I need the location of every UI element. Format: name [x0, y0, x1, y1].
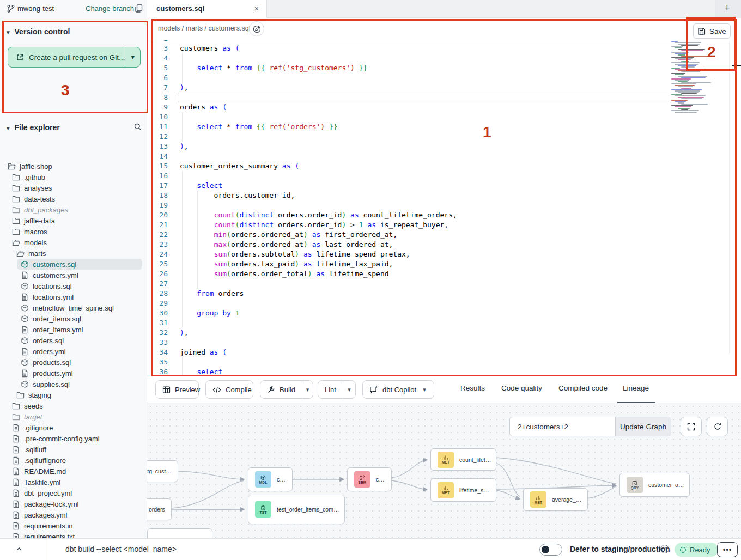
code-line-36[interactable]: 36 select — [147, 367, 741, 376]
minimap[interactable] — [671, 41, 718, 114]
lineage-node-partial[interactable] — [147, 528, 212, 538]
copilot-compass-button[interactable] — [249, 21, 264, 36]
tab-code-quality[interactable]: Code quality — [501, 384, 542, 392]
file-tree-item-products.yml[interactable]: products.yml — [21, 368, 73, 379]
file-tree-item-README.md[interactable]: README.md — [12, 466, 66, 477]
file-tree-item-marts[interactable]: marts — [16, 248, 46, 259]
create-pull-request-button[interactable]: Create a pull request on Git... ▾ — [8, 47, 141, 68]
code-line-17[interactable]: 17 select — [147, 181, 741, 191]
update-graph-button[interactable]: Update Graph — [615, 417, 671, 436]
code-line-31[interactable]: 31 — [147, 318, 741, 328]
compile-button[interactable]: Compile — [205, 380, 253, 399]
code-line-24[interactable]: 24 sum(orders.subtotal) as lifetime_spen… — [147, 249, 741, 259]
file-tree-item-data-tests[interactable]: data-tests — [12, 193, 55, 204]
file-tree-item-jaffle-data[interactable]: jaffle-data — [12, 215, 55, 226]
tab-results[interactable]: Results — [460, 384, 485, 392]
fullscreen-button[interactable] — [681, 417, 702, 436]
file-tree-item-Taskfile.yml[interactable]: Taskfile.yml — [12, 477, 60, 488]
tab-compiled-code[interactable]: Compiled code — [558, 384, 608, 392]
code-line-11[interactable]: 11 select * from {{ ref('orders') }} — [147, 122, 741, 132]
defer-toggle[interactable] — [539, 544, 562, 556]
code-line-28[interactable]: 28 from orders — [147, 289, 741, 299]
scrollbar-track[interactable] — [729, 41, 730, 354]
copilot-dropdown-chevron[interactable]: ▾ — [423, 386, 426, 393]
file-tree-item-.gitignore[interactable]: .gitignore — [12, 422, 53, 433]
file-tree-item-supplies.sql[interactable]: supplies.sql — [21, 379, 70, 389]
code-line-30[interactable]: 30 group by 1 — [147, 308, 741, 318]
pr-dropdown-chevron[interactable]: ▾ — [125, 47, 140, 67]
lineage-node-stg_customers[interactable]: MDLstg_customers — [147, 460, 178, 482]
code-line-19[interactable]: 19 — [147, 200, 741, 210]
code-line-33[interactable]: 33 — [147, 338, 741, 348]
code-line-34[interactable]: 34joined as ( — [147, 348, 741, 357]
refresh-button[interactable] — [707, 417, 728, 436]
expand-command-icon[interactable] — [15, 545, 23, 553]
build-dropdown-chevron[interactable]: ▾ — [302, 381, 313, 398]
new-tab-button[interactable]: + — [724, 3, 730, 14]
file-tree-item-products.sql[interactable]: products.sql — [21, 357, 71, 368]
help-icon[interactable]: ? — [660, 545, 669, 553]
file-tree-item-.sqlfluffignore[interactable]: .sqlfluffignore — [12, 455, 66, 466]
command-input[interactable]: dbt build --select <model_name> — [65, 545, 177, 553]
file-tree-item-dbt_packages[interactable]: dbt_packages — [12, 204, 68, 215]
preview-button[interactable]: Preview — [155, 380, 199, 399]
close-icon[interactable]: × — [254, 4, 259, 13]
lineage-node-average_order_value[interactable]: METaverage_order_value — [523, 488, 588, 511]
file-tree-item-models[interactable]: models — [12, 237, 47, 248]
code-line-18[interactable]: 18 orders.customer_id, — [147, 191, 741, 200]
lineage-node-customers[interactable]: MDLcustomers — [248, 467, 293, 491]
lineage-node-customer_order_metrics[interactable]: QRYcustomer_order_metrics — [619, 473, 690, 497]
code-line-22[interactable]: 22 min(orders.ordered_at) as first_order… — [147, 230, 741, 240]
lineage-node-orders[interactable]: MDLorders — [147, 498, 172, 520]
lineage-node-lifetime_spend_pretax[interactable]: METlifetime_spend_pretax — [430, 478, 496, 502]
file-tree-item-.github[interactable]: .github — [12, 172, 45, 182]
code-line-10[interactable]: 10 — [147, 112, 741, 122]
build-split-button[interactable]: Build ▾ — [260, 380, 313, 399]
code-line-23[interactable]: 23 max(orders.ordered_at) as last_ordere… — [147, 240, 741, 249]
file-tree-item-staging[interactable]: staging — [16, 389, 51, 400]
code-line-27[interactable]: 27 — [147, 279, 741, 289]
code-line-8[interactable]: 8 — [147, 93, 741, 102]
change-branch-link[interactable]: Change branch — [86, 4, 134, 13]
file-tree-item-locations.sql[interactable]: locations.sql — [21, 281, 72, 291]
search-icon[interactable] — [133, 123, 142, 131]
file-tree-item-package-lock.yml[interactable]: package-lock.yml — [12, 498, 78, 509]
save-button[interactable]: Save — [693, 23, 731, 39]
code-line-7[interactable]: 7), — [147, 83, 741, 93]
dbt-copilot-button[interactable]: dbt Copilot ▾ — [362, 380, 434, 399]
file-tree-item-customers.yml[interactable]: customers.yml — [21, 270, 78, 281]
code-line-5[interactable]: 5 select * from {{ ref('stg_customers') … — [147, 63, 741, 73]
code-line-12[interactable]: 12 — [147, 132, 741, 142]
file-tree-item-macros[interactable]: macros — [12, 226, 47, 237]
code-line-35[interactable]: 35 — [147, 357, 741, 367]
copy-icon[interactable] — [134, 4, 143, 13]
file-tree-item-target[interactable]: target — [12, 411, 42, 422]
lineage-node-customers[interactable]: SEMcustomers — [347, 467, 392, 491]
lint-split-button[interactable]: Lint ▾ — [318, 380, 356, 399]
code-line-32[interactable]: 32), — [147, 328, 741, 338]
file-tree-item-locations.yml[interactable]: locations.yml — [21, 291, 74, 302]
more-options-button[interactable]: ••• — [717, 542, 738, 557]
create-pull-request-main[interactable]: Create a pull request on Git... — [8, 47, 125, 67]
file-tree-item-requirements.in[interactable]: requirements.in — [12, 520, 73, 531]
tab-lineage[interactable]: Lineage — [623, 384, 649, 392]
file-tree-item-requirements.txt[interactable]: requirements.txt — [12, 531, 75, 538]
file-tree-item-customers.sql[interactable]: customers.sql — [21, 259, 76, 270]
code-line-16[interactable]: 16 — [147, 171, 741, 181]
code-line-20[interactable]: 20 count(distinct orders.order_id) as co… — [147, 210, 741, 220]
code-line-6[interactable]: 6 — [147, 73, 741, 83]
code-line-26[interactable]: 26 sum(orders.order_total) as lifetime_s… — [147, 269, 741, 279]
code-area[interactable]: 23customers as (45 select * from {{ ref(… — [147, 40, 741, 376]
file-tree-item-packages.yml[interactable]: packages.yml — [12, 509, 67, 520]
code-line-9[interactable]: 9orders as ( — [147, 102, 741, 112]
panel-resize-handle[interactable] — [732, 65, 741, 66]
file-tree-item-seeds[interactable]: seeds — [12, 400, 43, 411]
file-tree-item-order_items.sql[interactable]: order_items.sql — [21, 313, 81, 324]
code-line-29[interactable]: 29 — [147, 299, 741, 308]
code-line-15[interactable]: 15customer_orders_summary as ( — [147, 161, 741, 171]
file-tree-item-analyses[interactable]: analyses — [12, 182, 52, 193]
file-tree-item-orders.yml[interactable]: orders.yml — [21, 346, 66, 357]
code-line-21[interactable]: 21 count(distinct orders.order_id) > 1 a… — [147, 220, 741, 230]
tab-customers-sql[interactable]: customers.sql × — [147, 0, 267, 18]
code-line-3[interactable]: 3customers as ( — [147, 44, 741, 53]
